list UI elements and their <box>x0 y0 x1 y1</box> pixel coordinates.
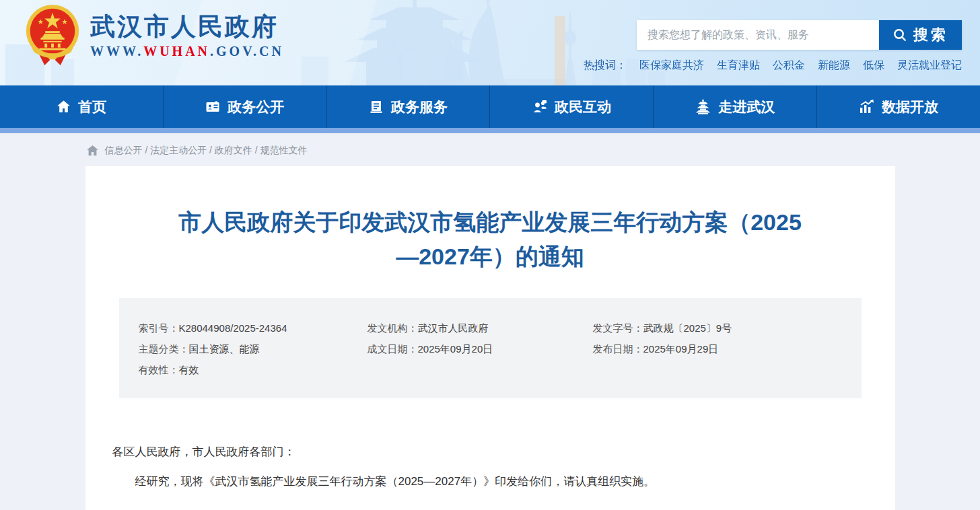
hot-keyword[interactable]: 新能源 <box>818 59 850 73</box>
nav-item-disclosure[interactable]: 政务公开 <box>163 85 326 128</box>
search-icon <box>893 28 907 42</box>
breadcrumb-path[interactable]: 信息公开 / 法定主动公开 / 政府文件 / 规范性文件 <box>105 145 308 157</box>
site-url-suffix: .GOV.CN <box>210 44 284 59</box>
hot-keyword[interactable]: 灵活就业登记 <box>897 59 962 73</box>
nav-item-home[interactable]: 首页 <box>0 85 163 128</box>
nav-item-about-wuhan[interactable]: 走进武汉 <box>653 85 816 128</box>
nav-item-label: 政民互动 <box>555 98 611 116</box>
nav-item-open-data[interactable]: 数据开放 <box>816 85 980 128</box>
meta-item-topic-category: 主题分类：国土资源、能源 <box>139 342 368 356</box>
meta-label: 主题分类： <box>139 343 189 355</box>
site-url-highlight: WUHAN <box>143 44 210 59</box>
nav-item-label: 政务公开 <box>228 98 284 116</box>
document-title-line2: —2027年）的通知 <box>396 244 584 269</box>
meta-item-written-date: 成文日期：2025年09月20日 <box>368 342 593 356</box>
breadcrumb: 信息公开 / 法定主动公开 / 政府文件 / 规范性文件 <box>85 133 895 166</box>
document-body: 各区人民政府，市人民政府各部门： 经研究，现将《武汉市氢能产业发展三年行动方案（… <box>112 437 868 497</box>
meta-value: 国土资源、能源 <box>189 343 260 355</box>
hot-keyword[interactable]: 公积金 <box>773 59 805 73</box>
hot-keyword[interactable]: 低保 <box>863 59 884 73</box>
meta-label: 索引号： <box>139 322 179 334</box>
home-icon <box>57 100 71 114</box>
nav-bottom-strip <box>0 128 980 133</box>
meta-value: 有效 <box>179 364 199 375</box>
site-logo[interactable]: 武汉市人民政府 WWW.WUHAN.GOV.CN <box>24 3 284 67</box>
data-chart-icon <box>859 99 874 114</box>
hot-search-label: 热搜词： <box>584 59 627 73</box>
pagoda-icon <box>695 99 711 114</box>
search-button-label: 搜索 <box>913 25 948 45</box>
nav-item-label: 首页 <box>78 98 106 116</box>
meta-value: K28044908/2025-24364 <box>179 322 287 334</box>
disclosure-card-icon <box>205 100 220 114</box>
document-meta-box: 索引号：K28044908/2025-24364 发文机构：武汉市人民政府 发文… <box>119 298 862 398</box>
page-body: 信息公开 / 法定主动公开 / 政府文件 / 规范性文件 市人民政府关于印发武汉… <box>0 133 980 510</box>
hot-keyword[interactable]: 医保家庭共济 <box>639 59 704 73</box>
document-title-line1: 市人民政府关于印发武汉市氢能产业发展三年行动方案（2025 <box>178 209 802 235</box>
meta-item-index-number: 索引号：K28044908/2025-24364 <box>139 321 368 335</box>
body-paragraph-salutation: 各区人民政府，市人民政府各部门： <box>112 437 868 467</box>
hot-keyword[interactable]: 生育津贴 <box>717 59 760 73</box>
interaction-people-icon <box>532 100 547 114</box>
meta-item-document-number: 发文字号：武政规〔2025〕9号 <box>593 321 848 335</box>
nav-item-services[interactable]: 政务服务 <box>326 85 490 128</box>
site-header: 武汉市人民政府 WWW.WUHAN.GOV.CN 搜索 热搜词： 医保家庭共济 … <box>0 0 980 85</box>
nav-item-label: 政务服务 <box>391 98 448 116</box>
service-doc-icon <box>369 100 384 114</box>
home-icon <box>87 145 98 156</box>
document-title: 市人民政府关于印发武汉市氢能产业发展三年行动方案（2025 —2027年）的通知 <box>140 205 840 274</box>
site-title: 武汉市人民政府 <box>90 11 284 42</box>
meta-label: 发文字号： <box>593 322 643 334</box>
national-emblem-icon <box>24 3 81 67</box>
meta-value: 2025年09月20日 <box>418 343 493 355</box>
search-input[interactable] <box>637 20 879 50</box>
meta-item-validity: 有效性：有效 <box>139 363 368 377</box>
site-url: WWW.WUHAN.GOV.CN <box>90 44 284 59</box>
body-paragraph-main: 经研究，现将《武汉市氢能产业发展三年行动方案（2025—2027年）》印发给你们… <box>112 467 868 497</box>
nav-item-label: 数据开放 <box>882 98 938 116</box>
meta-value: 武政规〔2025〕9号 <box>643 322 732 334</box>
nav-item-interaction[interactable]: 政民互动 <box>489 85 653 128</box>
meta-label: 发文机构： <box>368 322 418 334</box>
meta-item-publish-date: 发布日期：2025年09月29日 <box>593 342 848 356</box>
main-nav: 首页 政务公开 政务服务 政民互动 走进武汉 数据开放 <box>0 85 980 128</box>
meta-label: 有效性： <box>139 364 179 375</box>
meta-label: 发布日期： <box>593 343 643 355</box>
nav-item-label: 走进武汉 <box>718 98 775 116</box>
meta-value: 武汉市人民政府 <box>418 322 489 334</box>
search-button[interactable]: 搜索 <box>879 20 962 50</box>
site-url-prefix: WWW. <box>90 44 143 59</box>
meta-item-issuing-agency: 发文机构：武汉市人民政府 <box>368 321 593 335</box>
meta-label: 成文日期： <box>368 343 418 355</box>
search-area: 搜索 热搜词： 医保家庭共济 生育津贴 公积金 新能源 低保 灵活就业登记 <box>637 20 962 73</box>
meta-value: 2025年09月29日 <box>643 343 719 355</box>
hot-search-row: 热搜词： 医保家庭共济 生育津贴 公积金 新能源 低保 灵活就业登记 <box>637 59 962 73</box>
document-card: 市人民政府关于印发武汉市氢能产业发展三年行动方案（2025 —2027年）的通知… <box>85 166 895 510</box>
